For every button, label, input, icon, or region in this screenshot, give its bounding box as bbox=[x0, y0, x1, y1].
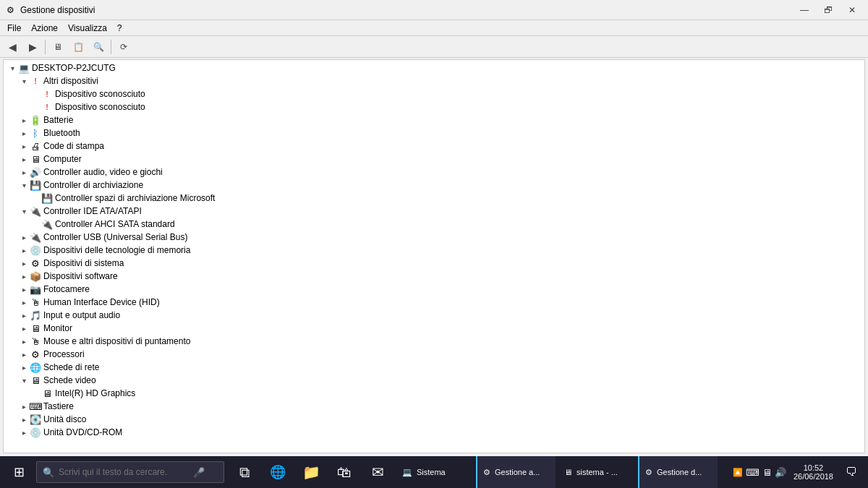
taskbar-gestione-d[interactable]: ⚙ Gestione d... bbox=[638, 456, 718, 488]
expand-controller_ide[interactable]: ▾ bbox=[18, 205, 30, 217]
tree-item-schede_video[interactable]: ▾🖥Schede video bbox=[4, 374, 864, 387]
taskbar-gestione-a[interactable]: ⚙ Gestione a... bbox=[476, 456, 556, 488]
notification-button[interactable]: 🗨 bbox=[841, 456, 862, 488]
tree-item-unita_disco[interactable]: ▸💽Unità disco bbox=[4, 413, 864, 426]
tree-item-intel_hd[interactable]: 🖥Intel(R) HD Graphics bbox=[4, 387, 864, 400]
expand-mouse[interactable]: ▸ bbox=[18, 335, 30, 347]
search-input[interactable] bbox=[59, 467, 189, 477]
expand-input_audio[interactable]: ▸ bbox=[18, 309, 30, 321]
refresh-button[interactable]: ⟳ bbox=[114, 38, 133, 56]
gestione-a-label: Gestione a... bbox=[495, 468, 540, 476]
node-label-batterie: Batterie bbox=[43, 115, 73, 125]
tree-item-root[interactable]: ▾💻DESKTOP-P2JCUTG bbox=[4, 61, 864, 74]
node-label-monitor: Monitor bbox=[43, 323, 72, 333]
tree-item-schede_rete[interactable]: ▸🌐Schede di rete bbox=[4, 361, 864, 374]
tree-item-controller_audio[interactable]: ▸🔊Controller audio, video e giochi bbox=[4, 166, 864, 179]
mic-icon[interactable]: 🎤 bbox=[193, 467, 205, 478]
tree-item-controller_spazi[interactable]: 💾Controller spazi di archiviazione Micro… bbox=[4, 192, 864, 205]
tree-item-controller_usb[interactable]: ▸🔌Controller USB (Universal Serial Bus) bbox=[4, 231, 864, 244]
expand-controller_usb[interactable]: ▸ bbox=[18, 231, 30, 243]
node-icon-altri: ! bbox=[30, 75, 41, 87]
close-button[interactable]: ✕ bbox=[841, 3, 864, 17]
tree-item-disp1[interactable]: !Dispositivo sconosciuto bbox=[4, 87, 864, 100]
device-tree-panel[interactable]: ▾💻DESKTOP-P2JCUTG▾!Altri dispositivi!Dis… bbox=[3, 59, 865, 453]
tree-item-batterie[interactable]: ▸🔋Batterie bbox=[4, 114, 864, 127]
expand-fotocamere[interactable]: ▸ bbox=[18, 283, 30, 295]
search-bar[interactable]: 🔍 🎤 bbox=[36, 461, 224, 483]
restore-button[interactable]: 🗗 bbox=[817, 3, 840, 17]
expand-altri[interactable]: ▾ bbox=[18, 75, 30, 87]
tree-item-monitor[interactable]: ▸🖥Monitor bbox=[4, 322, 864, 335]
tree-item-computer[interactable]: ▸🖥Computer bbox=[4, 153, 864, 166]
expand-batterie[interactable]: ▸ bbox=[18, 114, 30, 126]
tray-volume[interactable]: 🔊 bbox=[775, 467, 786, 478]
expand-bluetooth[interactable]: ▸ bbox=[18, 127, 30, 139]
expand-code_stampa[interactable]: ▸ bbox=[18, 140, 30, 152]
expand-hid[interactable]: ▸ bbox=[18, 296, 30, 308]
tree-item-fotocamere[interactable]: ▸📷Fotocamere bbox=[4, 283, 864, 296]
menu-visualizza[interactable]: Visualizza bbox=[64, 22, 111, 35]
taskbar-sistema[interactable]: 💻 Sistema bbox=[395, 456, 475, 488]
tree-item-disp2[interactable]: !Dispositivo sconosciuto bbox=[4, 100, 864, 114]
node-icon-controller_audio: 🔊 bbox=[30, 166, 41, 178]
expand-controller_arch[interactable]: ▾ bbox=[18, 179, 30, 191]
expand-root[interactable]: ▾ bbox=[7, 62, 18, 74]
node-label-fotocamere: Fotocamere bbox=[43, 284, 90, 294]
expand-disp_sw[interactable]: ▸ bbox=[18, 270, 30, 282]
expand-schede_video[interactable]: ▾ bbox=[18, 374, 30, 386]
tree-item-input_audio[interactable]: ▸🎵Input e output audio bbox=[4, 309, 864, 322]
tree-item-disp_sistema[interactable]: ▸⚙Dispositivi di sistema bbox=[4, 257, 864, 270]
tree-item-mouse[interactable]: ▸🖱Mouse e altri dispositivi di puntament… bbox=[4, 335, 864, 348]
tree-item-hid[interactable]: ▸🖱Human Interface Device (HID) bbox=[4, 296, 864, 309]
tree-item-code_stampa[interactable]: ▸🖨Code di stampa bbox=[4, 140, 864, 153]
expand-unita_disco[interactable]: ▸ bbox=[18, 414, 30, 425]
mail-button[interactable]: ✉ bbox=[362, 456, 393, 488]
tree-item-disp_mem[interactable]: ▸💿Dispositivi delle tecnologie di memori… bbox=[4, 244, 864, 257]
tree-item-altri[interactable]: ▾!Altri dispositivi bbox=[4, 74, 864, 87]
node-label-schede_rete: Schede di rete bbox=[43, 362, 99, 372]
node-icon-bluetooth: ᛒ bbox=[30, 127, 41, 139]
tree-item-unita_dvd[interactable]: ▸💿Unità DVD/CD-ROM bbox=[4, 426, 864, 439]
expand-monitor[interactable]: ▸ bbox=[18, 322, 30, 334]
node-label-disp_mem: Dispositivi delle tecnologie di memoria bbox=[43, 245, 190, 255]
tree-item-controller_ide[interactable]: ▾🔌Controller IDE ATA/ATAPI bbox=[4, 205, 864, 218]
search-button[interactable]: 🔍 bbox=[89, 38, 108, 56]
tree-item-tastiere[interactable]: ▸⌨Tastiere bbox=[4, 400, 864, 413]
minimize-button[interactable]: — bbox=[793, 3, 816, 17]
task-view-button[interactable]: ⧉ bbox=[229, 456, 260, 488]
menu-help[interactable]: ? bbox=[113, 22, 127, 35]
tree-item-processori[interactable]: ▸⚙Processori bbox=[4, 348, 864, 361]
tree-item-controller_arch[interactable]: ▾💾Controller di archiviazione bbox=[4, 179, 864, 192]
node-icon-controller_usb: 🔌 bbox=[30, 231, 41, 243]
edge-button[interactable]: 🌐 bbox=[262, 456, 294, 488]
taskbar-sistema2[interactable]: 🖥 sistema - ... bbox=[557, 456, 637, 488]
clock[interactable]: 10:52 26/06/2018 bbox=[789, 463, 838, 481]
expand-computer[interactable]: ▸ bbox=[18, 153, 30, 165]
node-label-altri: Altri dispositivi bbox=[43, 76, 98, 86]
back-button[interactable]: ◀ bbox=[3, 38, 22, 56]
expand-unita_dvd[interactable]: ▸ bbox=[18, 427, 30, 438]
expand-controller_audio[interactable]: ▸ bbox=[18, 166, 30, 178]
expand-disp_sistema[interactable]: ▸ bbox=[18, 257, 30, 269]
expand-processori[interactable]: ▸ bbox=[18, 348, 30, 360]
tree-item-controller_ahci[interactable]: 🔌Controller AHCI SATA standard bbox=[4, 218, 864, 231]
node-icon-intel_hd: 🖥 bbox=[41, 388, 53, 399]
properties-button[interactable]: 📋 bbox=[69, 38, 88, 56]
menu-azione[interactable]: Azione bbox=[27, 22, 62, 35]
explorer-button[interactable]: 📁 bbox=[295, 456, 327, 488]
node-icon-disp_mem: 💿 bbox=[30, 244, 41, 256]
node-label-tastiere: Tastiere bbox=[43, 401, 74, 411]
start-button[interactable]: ⊞ bbox=[3, 456, 35, 488]
store-button[interactable]: 🛍 bbox=[328, 456, 360, 488]
forward-button[interactable]: ▶ bbox=[23, 38, 42, 56]
tree-item-bluetooth[interactable]: ▸ᛒBluetooth bbox=[4, 127, 864, 140]
tray-expand[interactable]: 🔼 bbox=[733, 468, 743, 477]
toolbar-separator-2 bbox=[111, 40, 111, 54]
expand-disp_mem[interactable]: ▸ bbox=[18, 244, 30, 256]
computer-button[interactable]: 🖥 bbox=[48, 38, 67, 56]
node-icon-code_stampa: 🖨 bbox=[30, 140, 41, 152]
expand-schede_rete[interactable]: ▸ bbox=[18, 361, 30, 373]
clock-date: 26/06/2018 bbox=[793, 472, 833, 481]
tree-item-disp_sw[interactable]: ▸📦Dispositivi software bbox=[4, 270, 864, 283]
menu-file[interactable]: File bbox=[3, 22, 25, 35]
